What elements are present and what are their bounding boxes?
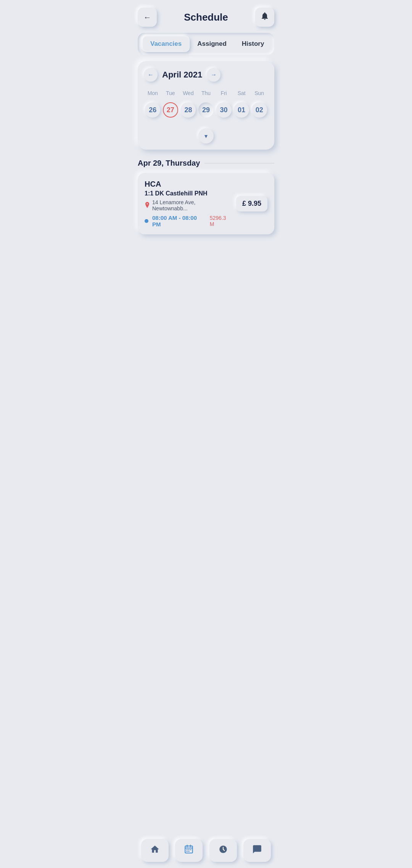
tabs-container: Vacancies Assigned History	[138, 33, 274, 55]
cal-date-27[interactable]: 27	[162, 102, 180, 118]
job-distance: 5296.3 M	[210, 215, 232, 227]
day-name-wed: Wed	[179, 89, 197, 98]
date-number-30[interactable]: 30	[216, 102, 232, 118]
calendar-nav: ← April 2021 →	[144, 68, 268, 82]
tab-vacancies[interactable]: Vacancies	[142, 36, 190, 52]
job-organization: HCA	[145, 180, 232, 189]
date-section-divider	[204, 163, 274, 163]
job-time-row: 08:00 AM - 08:00 PM 5296.3 M	[145, 215, 232, 227]
day-name-sun: Sun	[250, 89, 268, 98]
cal-date-26[interactable]: 26	[144, 102, 162, 118]
date-number-29[interactable]: 29	[198, 102, 214, 118]
tab-assigned[interactable]: Assigned	[190, 36, 234, 52]
job-card[interactable]: HCA 1:1 DK Castlehill PNH 14 Lenamore Av…	[138, 173, 274, 234]
location-pin-icon	[145, 202, 150, 209]
day-name-thu: Thu	[197, 89, 215, 98]
calendar-expand-button[interactable]: ▾	[198, 128, 214, 144]
date-number-01[interactable]: 01	[234, 102, 249, 118]
calendar-month-year: April 2021	[162, 70, 202, 80]
calendar-expand-wrapper: ▾	[144, 124, 268, 150]
page-title: Schedule	[184, 11, 228, 23]
job-address: 14 Lenamore Ave, Newtownabb...	[152, 199, 232, 211]
bell-icon	[260, 11, 269, 23]
calendar-dates-row: 26 27 28 29 30 01 02	[144, 102, 268, 118]
day-name-fri: Fri	[215, 89, 233, 98]
calendar-day-names: Mon Tue Wed Thu Fri Sat Sun	[144, 89, 268, 98]
cal-date-30[interactable]: 30	[215, 102, 233, 118]
date-number-28[interactable]: 28	[180, 102, 196, 118]
date-number-02[interactable]: 02	[252, 102, 267, 118]
date-section-header: Apr 29, Thursday	[138, 159, 274, 168]
calendar-card: ← April 2021 → Mon Tue Wed Thu Fri Sat S…	[138, 61, 274, 150]
prev-month-icon: ←	[148, 71, 154, 78]
cal-date-02[interactable]: 02	[250, 102, 268, 118]
job-title: 1:1 DK Castlehill PNH	[145, 190, 232, 197]
chevron-down-icon: ▾	[204, 132, 208, 140]
day-name-sat: Sat	[233, 89, 251, 98]
back-button[interactable]: ←	[138, 8, 157, 27]
next-month-button[interactable]: →	[207, 68, 220, 82]
job-time: 08:00 AM - 08:00 PM	[152, 215, 206, 227]
job-card-info: HCA 1:1 DK Castlehill PNH 14 Lenamore Av…	[145, 180, 232, 227]
job-location-row: 14 Lenamore Ave, Newtownabb...	[145, 199, 232, 211]
cal-date-01[interactable]: 01	[233, 102, 251, 118]
job-price-badge: £ 9.95	[236, 196, 267, 211]
day-name-tue: Tue	[162, 89, 180, 98]
time-dot-icon	[145, 219, 148, 223]
next-month-icon: →	[211, 71, 217, 78]
tab-history[interactable]: History	[234, 36, 272, 52]
header: ← Schedule	[132, 0, 280, 33]
date-number-26[interactable]: 26	[145, 102, 160, 118]
prev-month-button[interactable]: ←	[144, 68, 158, 82]
date-section-label: Apr 29, Thursday	[138, 159, 200, 168]
notification-button[interactable]	[255, 8, 274, 27]
day-name-mon: Mon	[144, 89, 162, 98]
back-icon: ←	[143, 13, 151, 22]
cal-date-28[interactable]: 28	[179, 102, 197, 118]
cal-date-29[interactable]: 29	[197, 102, 215, 118]
date-number-27[interactable]: 27	[163, 102, 178, 118]
